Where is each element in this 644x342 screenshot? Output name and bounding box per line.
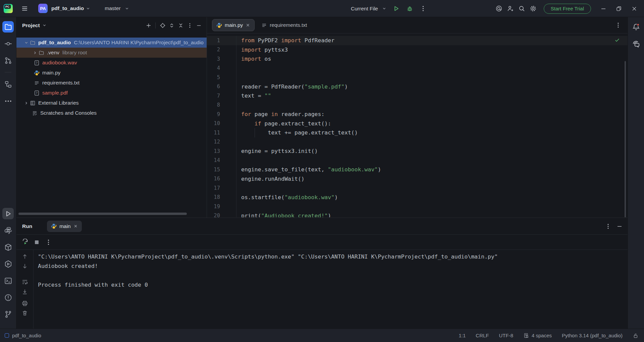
run-configuration-dropdown[interactable]: Current File	[349, 4, 389, 13]
window-minimize-button[interactable]	[596, 2, 611, 15]
code-line-17[interactable]: 17	[207, 183, 628, 193]
code-line-18[interactable]: 18os.startfile("audiobook.wav")	[207, 193, 628, 202]
tree-item-pdf-to-audio[interactable]: pdf_to_audioC:\Users\ANTO HARINI K\Pycha…	[16, 38, 207, 48]
hide-panel-button[interactable]	[194, 21, 203, 30]
pull-requests-tool-button[interactable]	[2, 55, 14, 66]
tree-item-external-libraries[interactable]: External Libraries	[16, 98, 207, 108]
console-output[interactable]: "C:\Users\ANTO HARINI K\PycharmProject\p…	[34, 250, 628, 329]
panel-options-button[interactable]	[185, 21, 194, 30]
project-panel-title[interactable]: Project	[22, 22, 40, 28]
run-tab-main[interactable]: main	[47, 221, 82, 232]
tree-item-scratches-and-consoles[interactable]: Scratches and Consoles	[16, 108, 207, 118]
tree-item-requirements-txt[interactable]: requirements.txt	[16, 78, 207, 88]
console-options-button[interactable]	[45, 239, 52, 246]
tree-item-sample-pdf[interactable]: ?sample.pdf	[16, 88, 207, 98]
line-number[interactable]: 1	[207, 36, 236, 45]
add-button[interactable]	[144, 21, 153, 30]
python-packages-button[interactable]	[2, 241, 14, 253]
line-number[interactable]: 16	[207, 174, 236, 184]
debug-icon[interactable]	[404, 3, 416, 14]
window-close-button[interactable]	[627, 2, 642, 15]
code-line-6[interactable]: 6reader = PdfReader("sample.pdf")	[207, 82, 628, 92]
settings-gear-icon[interactable]	[528, 3, 539, 14]
editor-tab-main-py[interactable]: main.py	[212, 19, 255, 31]
code-line-20[interactable]: 20print("Audiobook created!")	[207, 211, 628, 218]
line-number[interactable]: 8	[207, 101, 236, 110]
line-number[interactable]: 17	[207, 183, 236, 193]
tree-item-audiobook-wav[interactable]: ?audiobook.wav	[16, 58, 207, 68]
up-stacktrace-button[interactable]	[21, 253, 28, 260]
inspections-check-icon[interactable]	[614, 37, 620, 43]
code-line-16[interactable]: 16engine.runAndWait()	[207, 174, 628, 184]
window-restore-button[interactable]	[611, 2, 627, 15]
chevron-right-icon[interactable]	[22, 101, 30, 106]
code-line-14[interactable]: 14	[207, 156, 628, 165]
stop-button[interactable]	[33, 239, 40, 246]
hide-run-panel-button[interactable]	[616, 223, 623, 230]
code-line-9[interactable]: 9for page in reader.pages:	[207, 110, 628, 119]
code-line-5[interactable]: 5	[207, 73, 628, 82]
code-line-8[interactable]: 8	[207, 101, 628, 110]
code-line-13[interactable]: 13engine = pyttsx3.init()	[207, 147, 628, 156]
project-name-dropdown[interactable]: pdf_to_audio	[51, 5, 84, 11]
version-control-button[interactable]	[2, 308, 14, 320]
project-tool-button[interactable]	[2, 21, 14, 33]
line-number[interactable]: 6	[207, 82, 236, 92]
vcs-branch-widget[interactable]: master	[103, 5, 129, 11]
close-tab-icon[interactable]	[246, 23, 250, 27]
clear-console-button[interactable]	[21, 310, 28, 317]
run-panel-options-button[interactable]	[605, 223, 611, 230]
caret-position-widget[interactable]: 1:1	[459, 333, 466, 338]
expand-all-button[interactable]	[167, 21, 176, 30]
ai-at-icon[interactable]	[493, 3, 505, 14]
line-ending-widget[interactable]: CRLF	[476, 333, 489, 338]
down-stacktrace-button[interactable]	[21, 263, 28, 270]
code-line-1[interactable]: 1from PyPDF2 import PdfReader	[207, 36, 628, 45]
more-actions-icon[interactable]	[418, 3, 429, 14]
line-number[interactable]: 15	[207, 165, 236, 174]
chevron-down-icon[interactable]	[22, 40, 30, 45]
indent-widget[interactable]: 4 spaces	[523, 333, 552, 339]
editor-tab-requirements-txt[interactable]: requirements.txt	[257, 19, 311, 31]
line-number[interactable]: 7	[207, 91, 236, 101]
more-tools-button[interactable]	[2, 95, 14, 107]
horizontal-scrollbar[interactable]	[18, 213, 187, 215]
add-user-icon[interactable]	[505, 3, 516, 14]
statusbar-project-widget[interactable]: pdf_to_audio	[5, 333, 41, 338]
line-number[interactable]: 13	[207, 147, 236, 156]
search-icon[interactable]	[516, 3, 528, 14]
print-button[interactable]	[21, 300, 28, 307]
editor-scrollbar[interactable]	[625, 61, 626, 217]
line-number[interactable]: 2	[207, 45, 236, 55]
line-number[interactable]: 10	[207, 119, 236, 128]
locate-file-button[interactable]	[158, 21, 167, 30]
encoding-widget[interactable]: UTF-8	[499, 333, 513, 338]
tree-item-main-py[interactable]: main.py	[16, 68, 207, 78]
line-number[interactable]: 11	[207, 128, 236, 137]
code-line-15[interactable]: 15engine.save_to_file(text, "audiobook.w…	[207, 165, 628, 174]
chevron-right-icon[interactable]	[31, 50, 39, 55]
code-line-19[interactable]: 19	[207, 202, 628, 211]
code-line-12[interactable]: 12	[207, 137, 628, 147]
code-line-7[interactable]: 7text = ""	[207, 91, 628, 101]
project-avatar[interactable]: PA	[38, 4, 48, 13]
problems-button[interactable]	[2, 292, 14, 303]
code-line-10[interactable]: 10 if page.extract_text():	[207, 119, 628, 128]
interpreter-widget[interactable]: Python 3.14 (pdf_to_audio)	[562, 333, 623, 338]
python-console-button[interactable]	[2, 225, 14, 236]
terminal-button[interactable]	[2, 275, 14, 286]
scroll-to-end-button[interactable]	[21, 288, 28, 295]
run-tool-button[interactable]	[2, 208, 14, 219]
line-number[interactable]: 18	[207, 193, 236, 202]
commit-tool-button[interactable]	[2, 38, 14, 49]
line-number[interactable]: 5	[207, 73, 236, 82]
notifications-button[interactable]	[630, 21, 642, 33]
tab-options-icon[interactable]	[615, 22, 622, 28]
line-number[interactable]: 14	[207, 156, 236, 165]
line-number[interactable]: 9	[207, 110, 236, 119]
code-line-11[interactable]: 11 text += page.extract_text()	[207, 128, 628, 137]
line-number[interactable]: 19	[207, 202, 236, 211]
collapse-all-button[interactable]	[176, 21, 185, 30]
soft-wrap-button[interactable]	[21, 279, 28, 285]
run-icon[interactable]	[391, 3, 402, 14]
